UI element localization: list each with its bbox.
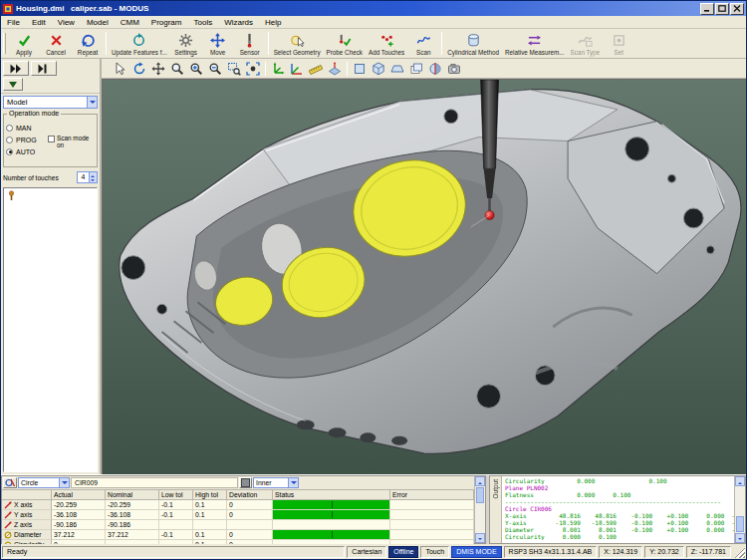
pan-button[interactable]: [149, 60, 167, 77]
output-scrollbar[interactable]: [734, 476, 745, 543]
inner-outer-combo[interactable]: Inner: [253, 477, 299, 488]
actual-cell[interactable]: -90.186: [52, 520, 106, 530]
col-error[interactable]: Error: [390, 490, 474, 500]
program-tree[interactable]: [3, 187, 98, 472]
menu-help[interactable]: Help: [259, 16, 287, 29]
nominal-cell[interactable]: -90.186: [106, 520, 159, 530]
zoom-out-button[interactable]: [206, 60, 224, 77]
col-hightol[interactable]: High tol: [193, 490, 227, 500]
lowtol-cell[interactable]: -0.1: [159, 500, 193, 510]
menu-model[interactable]: Model: [81, 16, 115, 29]
settings-button[interactable]: Settings: [170, 29, 202, 58]
output-tab[interactable]: Output: [490, 476, 502, 543]
measure-button[interactable]: [307, 60, 325, 77]
actual-cell[interactable]: -36.108: [52, 510, 106, 520]
feature-options-button[interactable]: [3, 477, 17, 488]
camera-button[interactable]: [445, 60, 463, 77]
feature-color-swatch[interactable]: [239, 477, 252, 488]
table-row-x-axis[interactable]: X axis -20.259 -20.259 -0.1 0.1 0: [2, 500, 474, 510]
probe-check-button[interactable]: Probe Check: [324, 29, 366, 58]
status-touch-mode[interactable]: Touch: [420, 546, 449, 558]
resize-grip[interactable]: [733, 546, 745, 558]
table-scrollbar[interactable]: [474, 476, 485, 543]
zoom-in-button[interactable]: [187, 60, 205, 77]
view-front-button[interactable]: [351, 60, 369, 77]
3d-viewport[interactable]: [102, 79, 746, 474]
nominal-cell[interactable]: 37.212: [106, 530, 159, 540]
scan-button[interactable]: Scan: [407, 29, 439, 58]
actual-cell[interactable]: 37.212: [52, 530, 106, 540]
minimize-button[interactable]: [700, 3, 714, 15]
scroll-up-icon[interactable]: [475, 476, 485, 486]
lowtol-cell[interactable]: [159, 520, 193, 530]
table-row-diameter[interactable]: Diameter 37.212 37.212 -0.1 0.1 0: [2, 530, 474, 540]
maximize-button[interactable]: [715, 3, 729, 15]
col-actual[interactable]: Actual: [52, 490, 106, 500]
scroll-down-icon[interactable]: [475, 533, 485, 543]
add-touches-button[interactable]: Add Touches: [366, 29, 407, 58]
scroll-down-icon[interactable]: [735, 533, 745, 543]
zoom-extents-button[interactable]: [244, 60, 262, 77]
scroll-track[interactable]: [735, 486, 745, 515]
scroll-up-icon[interactable]: [735, 476, 745, 486]
col-deviation[interactable]: Deviation: [227, 490, 273, 500]
nominal-cell[interactable]: -36.108: [106, 510, 159, 520]
actual-cell[interactable]: -20.259: [52, 500, 106, 510]
status-coordinate-mode[interactable]: Cartesian: [347, 546, 386, 558]
3d-scene[interactable]: [103, 80, 746, 474]
scroll-thumb[interactable]: [736, 516, 744, 532]
update-features-button[interactable]: Update Features f...: [109, 29, 170, 58]
status-probe-info[interactable]: RSP3 SH3 4x31.1.31.4.AB: [504, 546, 598, 558]
table-row-z-axis[interactable]: Z axis -90.186 -90.186: [2, 520, 474, 530]
run-to-end-button[interactable]: [31, 61, 57, 76]
menu-view[interactable]: View: [52, 16, 81, 29]
feature-type-combo[interactable]: Circle: [18, 477, 70, 488]
radio-man[interactable]: MAN: [6, 122, 95, 134]
cylindrical-method-button[interactable]: Cylindrical Method: [444, 29, 502, 58]
lowtol-cell[interactable]: -0.1: [159, 510, 193, 520]
nominal-cell[interactable]: -20.259: [106, 500, 159, 510]
layers-button[interactable]: [407, 60, 425, 77]
hightol-cell[interactable]: [193, 520, 227, 530]
toolbar-grip[interactable]: [3, 33, 6, 54]
hightol-cell[interactable]: 0.1: [193, 530, 227, 540]
relative-measurement-button[interactable]: Relative Measurem...: [502, 29, 568, 58]
select-geometry-button[interactable]: Select Geometry: [271, 29, 324, 58]
sensor-button[interactable]: Sensor: [234, 29, 266, 58]
col-status[interactable]: Status: [273, 490, 390, 500]
apply-button[interactable]: Apply: [8, 29, 40, 58]
csys-button[interactable]: [288, 60, 306, 77]
lowtol-cell[interactable]: -0.1: [159, 530, 193, 540]
menu-program[interactable]: Program: [145, 16, 188, 29]
menu-wizards[interactable]: Wizards: [218, 16, 259, 29]
rotate-view-button[interactable]: [130, 60, 148, 77]
zoom-window-button[interactable]: [225, 60, 243, 77]
close-button[interactable]: [730, 3, 744, 15]
status-connection[interactable]: Offline: [388, 546, 418, 558]
spinner-buttons[interactable]: [89, 172, 97, 182]
menu-cmm[interactable]: CMM: [115, 16, 145, 29]
menu-edit[interactable]: Edit: [26, 16, 52, 29]
menu-tools[interactable]: Tools: [187, 16, 218, 29]
table-row-y-axis[interactable]: Y axis -36.108 -36.108 -0.1 0.1 0: [2, 510, 474, 520]
feature-name-field[interactable]: CIR009: [71, 477, 238, 488]
col-nominal[interactable]: Nominal: [106, 490, 159, 500]
repeat-button[interactable]: Repeat: [72, 29, 104, 58]
model-selector[interactable]: Model: [3, 96, 98, 109]
spinner-down-icon[interactable]: [90, 177, 97, 182]
hightol-cell[interactable]: 0.1: [193, 500, 227, 510]
section-view-button[interactable]: [426, 60, 444, 77]
cancel-button[interactable]: Cancel: [40, 29, 72, 58]
hightol-cell[interactable]: 0.1: [193, 510, 227, 520]
touches-value[interactable]: 4: [78, 172, 89, 182]
move-button[interactable]: Move: [202, 29, 234, 58]
select-button[interactable]: [112, 60, 129, 77]
status-dmis-mode[interactable]: DMIS MODE: [451, 546, 501, 558]
touches-spinner[interactable]: 4: [77, 171, 98, 183]
axes-3d-button[interactable]: [269, 60, 287, 77]
menu-file[interactable]: File: [1, 16, 26, 29]
run-program-button[interactable]: [3, 61, 29, 76]
step-down-button[interactable]: [3, 78, 23, 91]
titlebar[interactable]: Housing.dmi caliper.sab - MODUS: [1, 1, 746, 16]
view-iso-button[interactable]: [370, 60, 387, 77]
